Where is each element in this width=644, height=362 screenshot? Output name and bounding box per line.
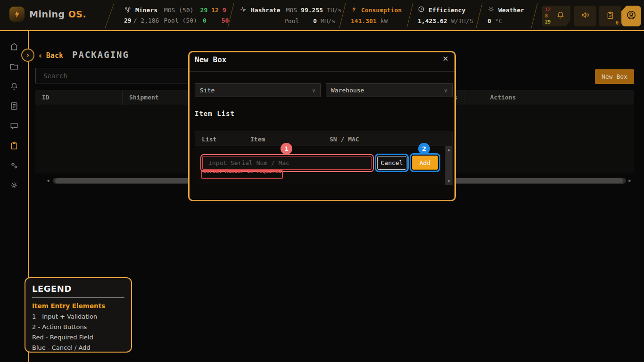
sidebar-item-reports[interactable] [9, 101, 19, 111]
miners-label: Miners [135, 7, 157, 14]
lightning-icon [351, 6, 357, 14]
weather-unit: °C [495, 17, 503, 25]
top-bar: Mining OS. Miners MOS (50) 29 12 9 29 / … [0, 0, 644, 31]
sidebar-item-alerts[interactable] [9, 81, 19, 91]
app-logo: Mining OS. [9, 7, 86, 22]
item-list-title: Item List [195, 110, 235, 117]
hashrate-mos-label: MOS [286, 7, 297, 14]
legend-title: LEGEND [32, 284, 124, 294]
hashrate-pool-label: Pool [284, 17, 299, 25]
header-divider [227, 3, 234, 28]
badge-yellow: 29 [545, 19, 551, 25]
sidebar [0, 41, 28, 190]
pool-50-label: Pool (50) [164, 17, 197, 24]
badge-orange: 8 [545, 13, 551, 19]
stat-miners: Miners MOS (50) 29 12 9 29 / 2,186 Pool … [124, 0, 223, 30]
column-header-sn-mac: SN / MAC [330, 132, 359, 146]
clipboard-check-icon [606, 11, 615, 22]
stat-consumption: Consumption 141.301 kW [351, 0, 407, 30]
vertical-scrollbar[interactable]: ▲ ▼ [445, 146, 452, 185]
scroll-up-icon[interactable]: ▲ [448, 148, 450, 152]
stat-efficiency: Efficiency 1,423.62 W/TH/S [418, 0, 479, 30]
add-button[interactable]: Add [412, 156, 438, 170]
chevron-down-icon: ∨ [444, 87, 447, 94]
legend-divider [32, 297, 124, 298]
site-select-value: Site [200, 87, 215, 94]
legend-item: 1 - Input + Validation [32, 313, 124, 320]
miners-nodes-icon [124, 6, 132, 14]
weather-label: Weather [498, 7, 524, 14]
logo-mountain-icon [9, 7, 25, 22]
hashrate-pool-unit: MH/s [321, 17, 335, 25]
item-table-header: List Item SN / MAC [195, 132, 452, 146]
stat-hashrate: Hashrate MOS 99.255 TH/s Pool 0 MH/s [239, 0, 339, 30]
chevron-down-icon: ∨ [312, 87, 315, 94]
scroll-left-icon[interactable]: ◂ [46, 177, 50, 184]
warehouse-select-value: Warehouse [331, 87, 364, 94]
bell-icon [556, 10, 565, 22]
weather-value: 0 [487, 17, 491, 25]
miners-mos-orange: 12 [211, 7, 219, 14]
modal-divider [190, 71, 454, 72]
speaker-icon [581, 10, 590, 22]
user-icon [626, 10, 636, 22]
new-box-modal: New Box ✕ Site ∨ Warehouse ∨ Item List L… [188, 51, 456, 201]
back-chevron-icon: ‹ [38, 50, 43, 60]
notifications-button[interactable]: 12 8 29 [542, 6, 570, 26]
sidebar-item-packaging[interactable] [9, 140, 19, 151]
hashrate-mos-unit: TH/s [327, 7, 341, 14]
clock-icon [418, 6, 425, 14]
announcements-button[interactable] [574, 6, 596, 26]
hashrate-label: Hashrate [251, 7, 281, 14]
new-box-button[interactable]: New Box [595, 69, 634, 84]
legend-panel: LEGEND Item Entry Elements 1 - Input + V… [25, 277, 132, 353]
miners-total: / 2,186 [133, 17, 159, 24]
hashrate-pool-value: 0 [313, 17, 317, 25]
efficiency-unit: W/TH/S [451, 17, 473, 25]
efficiency-value: 1,423.62 [418, 17, 447, 25]
site-select[interactable]: Site ∨ [195, 83, 321, 97]
scroll-down-icon[interactable]: ▼ [448, 179, 450, 183]
header-divider [105, 3, 115, 28]
consumption-label: Consumption [361, 7, 402, 14]
notification-badges: 12 8 29 [545, 7, 551, 25]
header-divider [406, 3, 413, 28]
legend-subtitle: Item Entry Elements [32, 302, 124, 310]
column-header-filler [542, 90, 634, 105]
legend-item: 2 - Action Buttons [32, 323, 124, 330]
hashrate-pulse-icon [239, 6, 247, 14]
scroll-right-icon[interactable]: ▸ [628, 177, 632, 184]
miners-count: 29 [124, 17, 132, 24]
tasks-button[interactable]: 0 [599, 6, 621, 26]
warehouse-select[interactable]: Warehouse ∨ [326, 83, 453, 97]
sidebar-item-integrations[interactable] [9, 160, 19, 171]
close-icon[interactable]: ✕ [440, 53, 451, 63]
miners-mos-green: 29 [200, 7, 208, 14]
legend-item: Red - Required Field [32, 334, 124, 341]
column-header-id: ID [35, 90, 123, 105]
page-title: PACKAGING [72, 49, 129, 60]
modal-title: New Box [195, 55, 226, 64]
sidebar-item-messages[interactable] [9, 121, 19, 131]
sidebar-item-home[interactable] [9, 41, 19, 52]
sidebar-item-settings[interactable] [9, 180, 19, 190]
miners-pool-green: 0 [203, 17, 206, 24]
back-button[interactable]: ‹ Back [38, 50, 63, 60]
back-label: Back [46, 51, 63, 60]
serial-number-input[interactable] [202, 156, 372, 170]
sidebar-item-folders[interactable] [9, 61, 19, 72]
column-header-list: List [202, 132, 216, 146]
cancel-button[interactable]: Cancel [377, 156, 406, 170]
annotation-badge-2: 2 [418, 143, 430, 155]
legend-item: Blue - Cancel / Add [32, 344, 124, 351]
miners-mos-red: 9 [223, 7, 226, 14]
miners-pool-red: 50 [222, 17, 229, 24]
mos-50-label: MOS (50) [164, 7, 194, 14]
column-header-item: Item [250, 132, 265, 146]
profile-button[interactable] [621, 6, 641, 26]
consumption-value: 141.301 [351, 17, 377, 25]
badge-red: 12 [545, 7, 551, 13]
validation-error-text: Serial Number is required [203, 168, 281, 174]
logo-text: Mining OS. [29, 9, 86, 19]
sidebar-expand-button[interactable]: › [21, 49, 34, 62]
